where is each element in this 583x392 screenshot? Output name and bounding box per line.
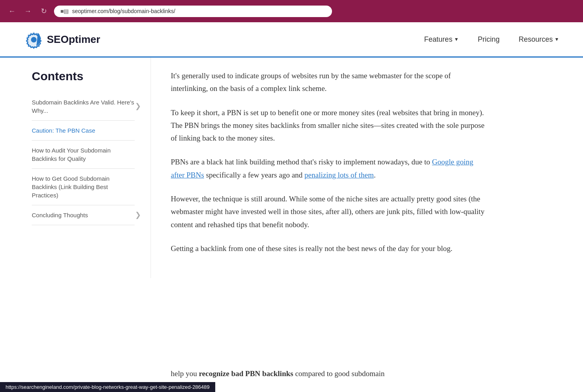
browser-chrome: ← → ↻ ■▤ seoptimer.com/blog/subdomain-ba… (0, 0, 583, 22)
pricing-nav-link[interactable]: Pricing (478, 35, 500, 44)
url-text: seoptimer.com/blog/subdomain-backlinks/ (72, 8, 175, 14)
main-content-area: Contents Subdomain Backlinks Are Valid. … (0, 58, 583, 278)
penalizing-link[interactable]: penalizing lots of them (305, 171, 374, 179)
toc-arrow-1: ❯ (135, 101, 141, 111)
toc-title: Contents (32, 70, 135, 83)
toc-item-3[interactable]: How to Audit Your Subdomain Backlinks fo… (32, 141, 135, 169)
features-dropdown-icon: ▼ (454, 37, 459, 42)
article-paragraph-5: Getting a backlink from one of these sit… (171, 242, 485, 255)
svg-point-0 (31, 37, 37, 42)
article-paragraph-3: PBNs are a black hat link building metho… (171, 156, 485, 182)
resources-nav-link[interactable]: Resources ▼ (519, 35, 559, 44)
toc-item-1[interactable]: Subdomain Backlinks Are Valid. Here's Wh… (32, 93, 135, 121)
website-content: SEOptimer Features ▼ Pricing Resources ▼… (0, 22, 583, 392)
toc-item-4[interactable]: How to Get Good Subdomain Backlinks (Lin… (32, 169, 135, 205)
features-nav-link[interactable]: Features ▼ (424, 35, 459, 44)
toc-item-5[interactable]: Concluding Thoughts ❯ (32, 205, 135, 225)
article-body: It's generally used to indicate groups o… (151, 58, 508, 278)
forward-button[interactable]: → (22, 6, 33, 17)
logo[interactable]: SEOptimer (24, 29, 100, 49)
table-of-contents-sidebar: Contents Subdomain Backlinks Are Valid. … (0, 58, 151, 278)
toc-item-2[interactable]: Caution: The PBN Case (32, 121, 135, 141)
article-paragraph-2: To keep it short, a PBN is set up to ben… (171, 106, 485, 145)
bottom-fade-text: help you recognize bad PBN backlinks com… (151, 367, 583, 380)
article-paragraph-4: However, the technique is still around. … (171, 193, 485, 231)
logo-text: SEOptimer (47, 33, 100, 46)
logo-icon (24, 29, 44, 49)
refresh-button[interactable]: ↻ (38, 6, 49, 17)
article-paragraph-1: It's generally used to indicate groups o… (171, 70, 485, 95)
status-bar: https://searchengineland.com/private-blo… (0, 382, 215, 392)
top-navigation: SEOptimer Features ▼ Pricing Resources ▼ (0, 22, 583, 58)
toc-arrow-5: ❯ (135, 210, 141, 220)
address-bar[interactable]: ■▤ seoptimer.com/blog/subdomain-backlink… (54, 6, 332, 17)
resources-dropdown-icon: ▼ (554, 37, 559, 42)
bold-text: recognize bad PBN backlinks (199, 369, 293, 378)
back-button[interactable]: ← (6, 6, 17, 17)
security-icon: ■▤ (60, 8, 69, 15)
main-nav: Features ▼ Pricing Resources ▼ (424, 35, 559, 44)
